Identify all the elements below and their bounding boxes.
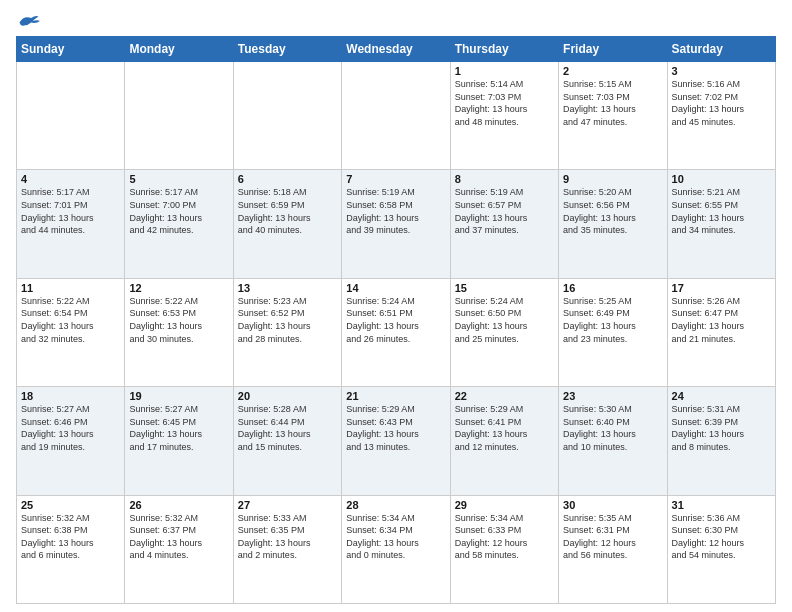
calendar-cell: 5Sunrise: 5:17 AM Sunset: 7:00 PM Daylig…: [125, 170, 233, 278]
day-number: 26: [129, 499, 228, 511]
calendar-cell: 9Sunrise: 5:20 AM Sunset: 6:56 PM Daylig…: [559, 170, 667, 278]
day-info: Sunrise: 5:36 AM Sunset: 6:30 PM Dayligh…: [672, 512, 771, 562]
calendar-cell: 22Sunrise: 5:29 AM Sunset: 6:41 PM Dayli…: [450, 387, 558, 495]
calendar-header-saturday: Saturday: [667, 37, 775, 62]
day-info: Sunrise: 5:17 AM Sunset: 7:01 PM Dayligh…: [21, 186, 120, 236]
day-number: 2: [563, 65, 662, 77]
calendar-header-row: SundayMondayTuesdayWednesdayThursdayFrid…: [17, 37, 776, 62]
day-number: 22: [455, 390, 554, 402]
calendar-cell: [125, 62, 233, 170]
calendar-cell: 19Sunrise: 5:27 AM Sunset: 6:45 PM Dayli…: [125, 387, 233, 495]
day-info: Sunrise: 5:34 AM Sunset: 6:34 PM Dayligh…: [346, 512, 445, 562]
day-number: 8: [455, 173, 554, 185]
day-number: 19: [129, 390, 228, 402]
day-info: Sunrise: 5:22 AM Sunset: 6:53 PM Dayligh…: [129, 295, 228, 345]
day-info: Sunrise: 5:24 AM Sunset: 6:50 PM Dayligh…: [455, 295, 554, 345]
day-number: 28: [346, 499, 445, 511]
day-info: Sunrise: 5:26 AM Sunset: 6:47 PM Dayligh…: [672, 295, 771, 345]
day-info: Sunrise: 5:31 AM Sunset: 6:39 PM Dayligh…: [672, 403, 771, 453]
calendar-cell: 14Sunrise: 5:24 AM Sunset: 6:51 PM Dayli…: [342, 278, 450, 386]
day-info: Sunrise: 5:29 AM Sunset: 6:43 PM Dayligh…: [346, 403, 445, 453]
calendar-cell: 24Sunrise: 5:31 AM Sunset: 6:39 PM Dayli…: [667, 387, 775, 495]
calendar-header-sunday: Sunday: [17, 37, 125, 62]
day-number: 6: [238, 173, 337, 185]
day-number: 24: [672, 390, 771, 402]
calendar-cell: 15Sunrise: 5:24 AM Sunset: 6:50 PM Dayli…: [450, 278, 558, 386]
day-info: Sunrise: 5:34 AM Sunset: 6:33 PM Dayligh…: [455, 512, 554, 562]
calendar-week-4: 18Sunrise: 5:27 AM Sunset: 6:46 PM Dayli…: [17, 387, 776, 495]
day-number: 25: [21, 499, 120, 511]
calendar-cell: 4Sunrise: 5:17 AM Sunset: 7:01 PM Daylig…: [17, 170, 125, 278]
day-info: Sunrise: 5:29 AM Sunset: 6:41 PM Dayligh…: [455, 403, 554, 453]
day-number: 10: [672, 173, 771, 185]
day-info: Sunrise: 5:17 AM Sunset: 7:00 PM Dayligh…: [129, 186, 228, 236]
calendar-table: SundayMondayTuesdayWednesdayThursdayFrid…: [16, 36, 776, 604]
day-info: Sunrise: 5:15 AM Sunset: 7:03 PM Dayligh…: [563, 78, 662, 128]
logo-bird-icon: [18, 12, 40, 30]
day-number: 13: [238, 282, 337, 294]
calendar-cell: 25Sunrise: 5:32 AM Sunset: 6:38 PM Dayli…: [17, 495, 125, 603]
calendar-week-5: 25Sunrise: 5:32 AM Sunset: 6:38 PM Dayli…: [17, 495, 776, 603]
calendar-cell: 7Sunrise: 5:19 AM Sunset: 6:58 PM Daylig…: [342, 170, 450, 278]
day-info: Sunrise: 5:30 AM Sunset: 6:40 PM Dayligh…: [563, 403, 662, 453]
calendar-cell: 21Sunrise: 5:29 AM Sunset: 6:43 PM Dayli…: [342, 387, 450, 495]
page: SundayMondayTuesdayWednesdayThursdayFrid…: [0, 0, 792, 612]
calendar-cell: 16Sunrise: 5:25 AM Sunset: 6:49 PM Dayli…: [559, 278, 667, 386]
day-number: 12: [129, 282, 228, 294]
calendar-cell: [342, 62, 450, 170]
day-number: 29: [455, 499, 554, 511]
calendar-cell: 6Sunrise: 5:18 AM Sunset: 6:59 PM Daylig…: [233, 170, 341, 278]
calendar-cell: 1Sunrise: 5:14 AM Sunset: 7:03 PM Daylig…: [450, 62, 558, 170]
calendar-cell: 26Sunrise: 5:32 AM Sunset: 6:37 PM Dayli…: [125, 495, 233, 603]
day-number: 15: [455, 282, 554, 294]
day-number: 18: [21, 390, 120, 402]
day-info: Sunrise: 5:28 AM Sunset: 6:44 PM Dayligh…: [238, 403, 337, 453]
calendar-header-tuesday: Tuesday: [233, 37, 341, 62]
day-info: Sunrise: 5:32 AM Sunset: 6:37 PM Dayligh…: [129, 512, 228, 562]
day-info: Sunrise: 5:16 AM Sunset: 7:02 PM Dayligh…: [672, 78, 771, 128]
day-info: Sunrise: 5:24 AM Sunset: 6:51 PM Dayligh…: [346, 295, 445, 345]
calendar-cell: 8Sunrise: 5:19 AM Sunset: 6:57 PM Daylig…: [450, 170, 558, 278]
day-info: Sunrise: 5:27 AM Sunset: 6:46 PM Dayligh…: [21, 403, 120, 453]
calendar-cell: 30Sunrise: 5:35 AM Sunset: 6:31 PM Dayli…: [559, 495, 667, 603]
calendar-cell: [17, 62, 125, 170]
calendar-cell: 20Sunrise: 5:28 AM Sunset: 6:44 PM Dayli…: [233, 387, 341, 495]
day-info: Sunrise: 5:20 AM Sunset: 6:56 PM Dayligh…: [563, 186, 662, 236]
calendar-header-monday: Monday: [125, 37, 233, 62]
day-info: Sunrise: 5:19 AM Sunset: 6:58 PM Dayligh…: [346, 186, 445, 236]
day-number: 3: [672, 65, 771, 77]
day-info: Sunrise: 5:23 AM Sunset: 6:52 PM Dayligh…: [238, 295, 337, 345]
day-number: 21: [346, 390, 445, 402]
calendar-cell: 27Sunrise: 5:33 AM Sunset: 6:35 PM Dayli…: [233, 495, 341, 603]
day-number: 31: [672, 499, 771, 511]
day-number: 14: [346, 282, 445, 294]
calendar-header-friday: Friday: [559, 37, 667, 62]
day-number: 1: [455, 65, 554, 77]
calendar-cell: 29Sunrise: 5:34 AM Sunset: 6:33 PM Dayli…: [450, 495, 558, 603]
calendar-week-1: 1Sunrise: 5:14 AM Sunset: 7:03 PM Daylig…: [17, 62, 776, 170]
day-info: Sunrise: 5:21 AM Sunset: 6:55 PM Dayligh…: [672, 186, 771, 236]
day-number: 17: [672, 282, 771, 294]
day-info: Sunrise: 5:22 AM Sunset: 6:54 PM Dayligh…: [21, 295, 120, 345]
calendar-week-3: 11Sunrise: 5:22 AM Sunset: 6:54 PM Dayli…: [17, 278, 776, 386]
calendar-cell: 2Sunrise: 5:15 AM Sunset: 7:03 PM Daylig…: [559, 62, 667, 170]
calendar-cell: [233, 62, 341, 170]
calendar-cell: 3Sunrise: 5:16 AM Sunset: 7:02 PM Daylig…: [667, 62, 775, 170]
day-number: 11: [21, 282, 120, 294]
day-info: Sunrise: 5:19 AM Sunset: 6:57 PM Dayligh…: [455, 186, 554, 236]
day-number: 20: [238, 390, 337, 402]
day-number: 7: [346, 173, 445, 185]
day-info: Sunrise: 5:27 AM Sunset: 6:45 PM Dayligh…: [129, 403, 228, 453]
day-info: Sunrise: 5:18 AM Sunset: 6:59 PM Dayligh…: [238, 186, 337, 236]
day-number: 23: [563, 390, 662, 402]
day-info: Sunrise: 5:25 AM Sunset: 6:49 PM Dayligh…: [563, 295, 662, 345]
calendar-cell: 12Sunrise: 5:22 AM Sunset: 6:53 PM Dayli…: [125, 278, 233, 386]
day-number: 9: [563, 173, 662, 185]
day-number: 16: [563, 282, 662, 294]
calendar-cell: 17Sunrise: 5:26 AM Sunset: 6:47 PM Dayli…: [667, 278, 775, 386]
day-info: Sunrise: 5:33 AM Sunset: 6:35 PM Dayligh…: [238, 512, 337, 562]
calendar-week-2: 4Sunrise: 5:17 AM Sunset: 7:01 PM Daylig…: [17, 170, 776, 278]
day-number: 5: [129, 173, 228, 185]
logo: [16, 12, 40, 28]
day-info: Sunrise: 5:32 AM Sunset: 6:38 PM Dayligh…: [21, 512, 120, 562]
